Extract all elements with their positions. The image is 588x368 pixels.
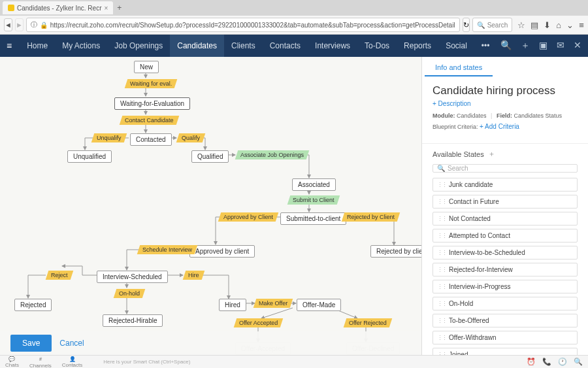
state-item[interactable]: ⋮⋮Interview-to-be-Scheduled — [433, 246, 578, 259]
blueprint-canvas[interactable]: New Waiting for eval. Waiting-for-Evalua… — [0, 57, 421, 355]
state-associated[interactable]: Associated — [292, 178, 336, 191]
state-offer-made[interactable]: Offer-Made — [297, 299, 341, 311]
calendar-icon[interactable]: ▣ — [539, 40, 547, 52]
nav-home[interactable]: Home — [20, 35, 55, 57]
state-search-input[interactable]: 🔍 Search — [433, 164, 578, 173]
transition-waiting-eval[interactable]: Waiting for eval. — [125, 79, 178, 88]
url-input[interactable]: ⓘ 🔒 https://recruit.zoho.com/recruit/Sho… — [26, 18, 460, 32]
state-item[interactable]: ⋮⋮Not Contacted — [433, 212, 578, 226]
state-new[interactable]: New — [134, 61, 159, 73]
add-state-icon[interactable]: ＋ — [488, 149, 495, 159]
state-unqualified[interactable]: Unqualified — [67, 150, 112, 163]
transition-make-offer[interactable]: Make Offer — [253, 299, 293, 308]
add-criteria-link[interactable]: + Add Criteria — [480, 123, 519, 130]
browser-search[interactable]: 🔍 Search — [472, 18, 513, 32]
panel-tab-info[interactable]: Info and states — [425, 57, 493, 76]
state-qualified[interactable]: Qualified — [191, 150, 229, 163]
browser-tab[interactable]: Candidates - Zylker Inc. Recr × — [3, 1, 113, 14]
transition-hire[interactable]: Hire — [183, 271, 204, 280]
footer-tip: Here is your Smart Chat (Ctrl+Space) — [103, 359, 190, 365]
state-submitted-to-client[interactable]: Submitted-to-client — [280, 212, 346, 225]
grip-icon: ⋮⋮ — [437, 233, 446, 239]
state-rejected-by-client[interactable]: Rejected by clie — [370, 245, 421, 258]
module-value: Candidates — [457, 112, 487, 119]
pocket-icon[interactable]: ⌄ — [566, 20, 574, 30]
clock-icon[interactable]: 🕐 — [558, 358, 567, 366]
transition-on-hold[interactable]: On-hold — [114, 289, 146, 298]
url-text: https://recruit.zoho.com/recruit/ShowSet… — [50, 22, 455, 29]
state-item[interactable]: ⋮⋮To-be-Offered — [433, 314, 578, 327]
favicon — [8, 5, 14, 11]
footer-channels[interactable]: ＃Channels — [29, 356, 52, 369]
mail-icon[interactable]: ✉ — [557, 40, 564, 52]
menu-icon[interactable]: ≡ — [579, 20, 584, 30]
nav-right-icons: 🔍 ＋ ▣ ✉ ✕ — [500, 40, 581, 52]
forward-button[interactable]: ► — [15, 18, 24, 31]
transition-associate-job[interactable]: Associate Job Openings — [235, 150, 310, 159]
close-tab-icon[interactable]: × — [105, 5, 108, 12]
add-description-link[interactable]: + Description — [433, 100, 578, 107]
search-icon: 🔍 — [437, 165, 445, 172]
blueprint-meta: Module: Candidates | Field: Candidates S… — [433, 112, 578, 119]
search-footer-icon[interactable]: 🔍 — [574, 358, 583, 366]
state-item[interactable]: ⋮⋮Joined — [433, 348, 578, 355]
download-icon[interactable]: ⬇ — [544, 20, 551, 30]
channels-icon: ＃ — [38, 356, 43, 363]
alarm-icon[interactable]: ⏰ — [527, 358, 536, 366]
state-contacted[interactable]: Contacted — [130, 133, 172, 146]
nav-reports[interactable]: Reports — [397, 35, 438, 57]
tools-icon[interactable]: ✕ — [574, 40, 581, 52]
phone-icon[interactable]: 📞 — [542, 358, 551, 366]
nav-job-openings[interactable]: Job Openings — [107, 35, 170, 57]
nav-social[interactable]: Social — [438, 35, 474, 57]
state-item[interactable]: ⋮⋮Contact in Future — [433, 195, 578, 209]
footer-contacts[interactable]: 👤Contacts — [62, 356, 83, 368]
grip-icon: ⋮⋮ — [437, 250, 446, 256]
grip-icon: ⋮⋮ — [437, 284, 446, 290]
state-waiting-for-evaluation[interactable]: Waiting-for-Evaluation — [114, 97, 190, 110]
transition-submit-client[interactable]: Submit to Client — [287, 195, 340, 205]
transition-rejected-client[interactable]: Rejected by Client — [342, 212, 400, 222]
add-icon[interactable]: ＋ — [521, 40, 530, 52]
state-rejected[interactable]: Rejected — [14, 299, 52, 311]
nav-todos[interactable]: To-Dos — [357, 35, 397, 57]
transition-reject[interactable]: Reject — [46, 271, 73, 280]
transition-offer-accepted[interactable]: Offer Accepted — [234, 318, 284, 327]
transition-offer-rejected[interactable]: Offer Rejected — [344, 318, 392, 327]
state-item[interactable]: ⋮⋮Rejected-for-Interview — [433, 263, 578, 276]
state-item[interactable]: ⋮⋮On-Hold — [433, 297, 578, 310]
nav-clients[interactable]: Clients — [224, 35, 263, 57]
transition-unqualify[interactable]: Unqualify — [91, 133, 127, 142]
home-icon[interactable]: ⌂ — [556, 20, 561, 30]
search-app-icon[interactable]: 🔍 — [500, 40, 512, 52]
nav-contacts[interactable]: Contacts — [263, 35, 308, 57]
save-button[interactable]: Save — [10, 335, 52, 352]
grip-icon: ⋮⋮ — [437, 301, 446, 307]
footer-chats[interactable]: 💬Chats — [5, 356, 19, 368]
state-item[interactable]: ⋮⋮Junk candidate — [433, 178, 578, 192]
state-rejected-hirable[interactable]: Rejected-Hirable — [103, 314, 163, 327]
new-tab-button[interactable]: + — [113, 3, 125, 12]
nav-my-actions[interactable]: My Actions — [55, 35, 107, 57]
state-hired[interactable]: Hired — [219, 299, 246, 311]
transition-approved-client[interactable]: Approved by Client — [218, 212, 279, 222]
reload-button[interactable]: ↻ — [463, 18, 470, 32]
transition-schedule-interview[interactable]: Schedule Interview — [137, 245, 198, 254]
library-icon[interactable]: ▤ — [531, 20, 538, 30]
state-interview-scheduled[interactable]: Interview-Scheduled — [97, 271, 168, 283]
nav-candidates[interactable]: Candidates — [170, 35, 224, 57]
nav-interviews[interactable]: Interviews — [308, 35, 357, 57]
hamburger-icon[interactable]: ≡ — [7, 41, 20, 51]
state-item[interactable]: ⋮⋮Attempted to Contact — [433, 229, 578, 243]
nav-more[interactable]: ••• — [474, 35, 497, 57]
state-item[interactable]: ⋮⋮Offer-Withdrawn — [433, 331, 578, 344]
star-icon[interactable]: ☆ — [517, 20, 525, 30]
field-value: Candidates Status — [514, 112, 562, 119]
app-nav: ≡ Home My Actions Job Openings Candidate… — [0, 35, 588, 57]
cancel-button[interactable]: Cancel — [59, 339, 84, 348]
state-approved-by-client[interactable]: Approved by client — [189, 245, 255, 258]
state-item[interactable]: ⋮⋮Interview-in-Progress — [433, 280, 578, 293]
back-button[interactable]: ◄ — [4, 18, 12, 31]
transition-contact-candidate[interactable]: Contact Candidate — [120, 116, 179, 125]
transition-qualify[interactable]: Qualify — [176, 133, 206, 142]
